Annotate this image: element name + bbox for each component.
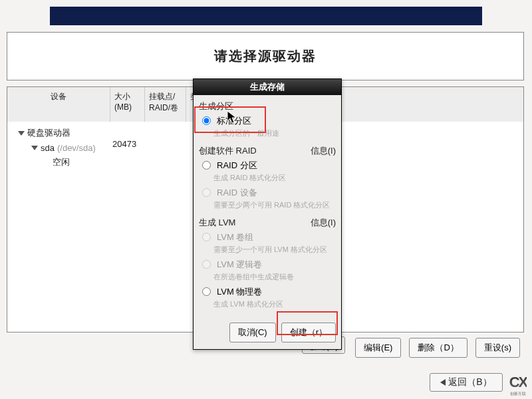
radio-lvm-pv-input[interactable] bbox=[202, 287, 211, 296]
radio-lvm-vg-input bbox=[202, 233, 211, 241]
section-lvm: 生成 LVM bbox=[199, 217, 235, 229]
radio-standard-input[interactable] bbox=[202, 116, 211, 125]
tree-free-label: 空闲 bbox=[53, 156, 70, 168]
tree-disk-path: (/dev/sda) bbox=[57, 143, 96, 153]
radio-lvm-lv-label: LVM 逻辑卷 bbox=[217, 259, 262, 271]
back-button-label: 返回（B） bbox=[448, 376, 491, 388]
radio-raid-partition-input[interactable] bbox=[202, 161, 211, 170]
radio-raid-partition-desc: 生成 RAID 格式化分区 bbox=[213, 173, 336, 183]
radio-standard-desc: 生成分区的一般用途 bbox=[213, 128, 336, 138]
radio-lvm-pv[interactable]: LVM 物理卷 bbox=[199, 286, 336, 298]
top-bar bbox=[50, 7, 482, 25]
page-title: 请选择源驱动器 bbox=[7, 33, 523, 80]
back-button[interactable]: 返回（B） bbox=[430, 373, 503, 392]
tree-free-size: 20473 bbox=[112, 139, 136, 149]
section-raid: 创建软件 RAID bbox=[199, 145, 257, 157]
radio-lvm-lv: LVM 逻辑卷 bbox=[199, 259, 336, 271]
watermark-brand: 创新互联 bbox=[510, 391, 526, 397]
radio-standard-label: 标准分区 bbox=[217, 115, 251, 127]
radio-lvm-vg-label: LVM 卷组 bbox=[217, 231, 253, 243]
radio-lvm-pv-label: LVM 物理卷 bbox=[217, 286, 262, 298]
lvm-info-link[interactable]: 信息(I) bbox=[311, 217, 336, 229]
tree-root-label: 硬盘驱动器 bbox=[27, 127, 70, 139]
expand-icon[interactable] bbox=[31, 146, 38, 150]
col-device: 设备 bbox=[7, 87, 110, 122]
radio-lvm-vg: LVM 卷组 bbox=[199, 231, 336, 243]
create-storage-dialog: 生成存储 生成分区 标准分区 生成分区的一般用途 创建软件 RAID 信息(I)… bbox=[193, 78, 342, 350]
radio-raid-device-input bbox=[202, 188, 211, 197]
tree-disk-name: sda bbox=[41, 143, 55, 153]
radio-lvm-pv-desc: 生成 LVM 格式化分区 bbox=[213, 299, 336, 309]
reset-button[interactable]: 重设(s) bbox=[475, 338, 520, 358]
radio-raid-device-label: RAID 设备 bbox=[217, 187, 257, 199]
radio-raid-partition[interactable]: RAID 分区 bbox=[199, 160, 336, 172]
radio-lvm-lv-input bbox=[202, 260, 211, 269]
watermark-icon: CX bbox=[509, 374, 527, 391]
col-mount: 挂载点/ RAID/卷 bbox=[145, 87, 186, 122]
radio-lvm-lv-desc: 在所选卷组中生成逻辑卷 bbox=[213, 272, 336, 282]
back-arrow-icon bbox=[440, 379, 446, 386]
delete-button[interactable]: 删除（D） bbox=[409, 338, 467, 358]
radio-standard-partition[interactable]: 标准分区 bbox=[199, 115, 336, 127]
watermark-logo: CX 创新互联 bbox=[505, 372, 531, 398]
radio-lvm-vg-desc: 需要至少一个可用 LVM 格式化分区 bbox=[213, 245, 336, 255]
raid-info-link[interactable]: 信息(I) bbox=[311, 145, 336, 157]
main-panel: 请选择源驱动器 bbox=[7, 32, 524, 80]
dialog-title: 生成存储 bbox=[194, 79, 341, 95]
radio-raid-partition-label: RAID 分区 bbox=[217, 160, 257, 172]
edit-button[interactable]: 编辑(E) bbox=[355, 338, 401, 358]
dialog-create-button[interactable]: 创建（r） bbox=[281, 323, 336, 342]
col-size: 大小 (MB) bbox=[110, 87, 145, 122]
section-partition: 生成分区 bbox=[199, 100, 233, 112]
radio-raid-device-desc: 需要至少两个可用 RAID 格式化分区 bbox=[213, 200, 336, 210]
expand-icon[interactable] bbox=[18, 131, 25, 136]
dialog-cancel-button[interactable]: 取消(C) bbox=[229, 323, 276, 342]
radio-raid-device: RAID 设备 bbox=[199, 187, 336, 199]
